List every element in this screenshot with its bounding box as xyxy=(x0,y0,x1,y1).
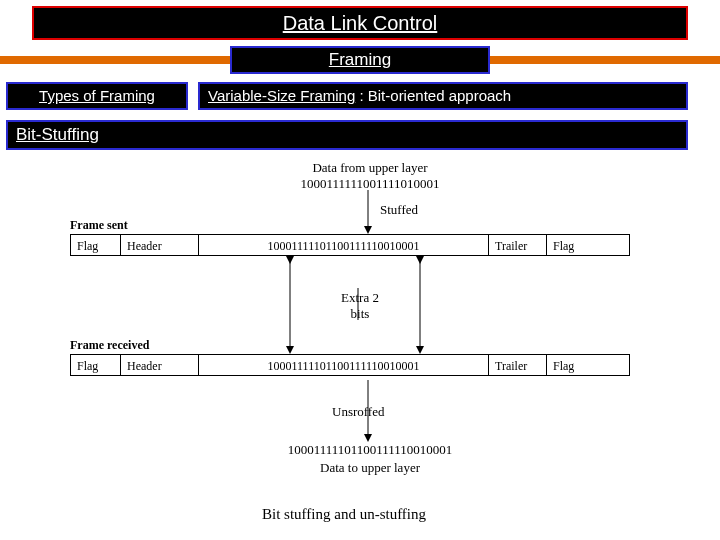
upper-layer-label: Data from upper layer xyxy=(290,160,450,176)
variable-size-underlined: Variable-Size Framing xyxy=(208,87,355,104)
frame-received-label: Frame received xyxy=(70,338,149,353)
recv-header: Header xyxy=(121,355,199,375)
sent-flag-right: Flag xyxy=(547,235,597,255)
stuffed-label: Stuffed xyxy=(380,202,418,218)
subtitle-banner: Framing xyxy=(230,46,490,74)
sent-payload: 10001111101100111110010001 xyxy=(199,235,489,255)
recv-flag-right: Flag xyxy=(547,355,597,375)
sent-trailer: Trailer xyxy=(489,235,547,255)
sent-flag-left: Flag xyxy=(71,235,121,255)
sent-header: Header xyxy=(121,235,199,255)
figure-caption: Bit stuffing and un-stuffing xyxy=(262,506,426,523)
frame-received-row: Flag Header 10001111101100111110010001 T… xyxy=(70,354,630,376)
recv-flag-left: Flag xyxy=(71,355,121,375)
variable-size-box: Variable-Size Framing : Bit-oriented app… xyxy=(198,82,688,110)
types-of-framing-box: Types of Framing xyxy=(6,82,188,110)
recv-trailer: Trailer xyxy=(489,355,547,375)
bit-stuffing-box: Bit-Stuffing xyxy=(6,120,688,150)
lower-bits: 10001111101100111110010001 xyxy=(270,442,470,458)
recv-payload: 10001111101100111110010001 xyxy=(199,355,489,375)
extra-bits-label: Extra 2 bits xyxy=(330,290,390,322)
bitstuffing-diagram: Data from upper layer 100011111100111101… xyxy=(70,160,650,490)
title-banner: Data Link Control xyxy=(32,6,688,40)
unstuffed-label: Unsroffed xyxy=(332,404,384,420)
diagram-arrows xyxy=(70,160,650,490)
variable-size-rest: : Bit-oriented approach xyxy=(355,87,511,104)
frame-sent-row: Flag Header 10001111101100111110010001 T… xyxy=(70,234,630,256)
lower-layer-label: Data to upper layer xyxy=(290,460,450,476)
frame-sent-label: Frame sent xyxy=(70,218,128,233)
upper-bits: 1000111111001111010001 xyxy=(280,176,460,192)
